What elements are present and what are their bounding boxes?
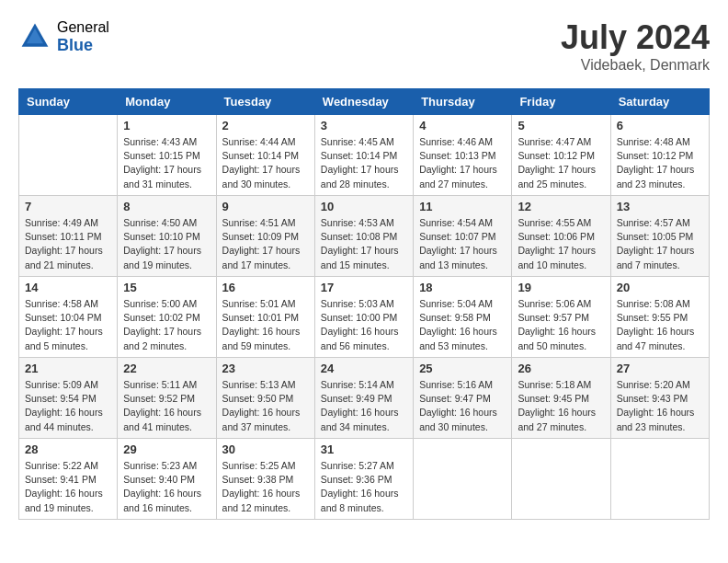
cell-info: Sunrise: 4:53 AMSunset: 10:08 PMDaylight…	[321, 216, 407, 272]
calendar-cell	[512, 439, 610, 520]
calendar-cell	[610, 439, 709, 520]
calendar-cell: 25Sunrise: 5:16 AMSunset: 9:47 PMDayligh…	[414, 358, 512, 439]
cell-info: Sunrise: 5:06 AMSunset: 9:57 PMDaylight:…	[518, 297, 604, 353]
day-number: 14	[25, 281, 111, 294]
day-number: 11	[419, 200, 506, 213]
day-number: 28	[25, 442, 111, 456]
page-header: General Blue July 2024 Videbaek, Denmark	[18, 18, 710, 74]
cell-info: Sunrise: 4:47 AMSunset: 10:12 PMDaylight…	[518, 135, 604, 191]
day-number: 24	[321, 362, 407, 375]
calendar-cell: 13Sunrise: 4:57 AMSunset: 10:05 PMDaylig…	[610, 196, 709, 277]
day-number: 13	[617, 200, 703, 213]
calendar-cell: 20Sunrise: 5:08 AMSunset: 9:55 PMDayligh…	[610, 277, 709, 358]
day-number: 17	[321, 281, 407, 294]
cell-info: Sunrise: 4:58 AMSunset: 10:04 PMDaylight…	[25, 297, 111, 353]
calendar-cell: 21Sunrise: 5:09 AMSunset: 9:54 PMDayligh…	[19, 358, 118, 439]
day-number: 9	[222, 200, 309, 213]
cell-info: Sunrise: 5:27 AMSunset: 9:36 PMDaylight:…	[321, 459, 407, 515]
weekday-header-sunday: Sunday	[19, 89, 118, 115]
cell-info: Sunrise: 5:23 AMSunset: 9:40 PMDaylight:…	[123, 459, 210, 515]
calendar-cell: 29Sunrise: 5:23 AMSunset: 9:40 PMDayligh…	[118, 439, 216, 520]
weekday-header-wednesday: Wednesday	[314, 89, 413, 115]
cell-info: Sunrise: 5:18 AMSunset: 9:45 PMDaylight:…	[518, 378, 604, 434]
day-number: 19	[518, 281, 604, 294]
weekday-header-monday: Monday	[118, 89, 216, 115]
cell-info: Sunrise: 4:45 AMSunset: 10:14 PMDaylight…	[321, 135, 407, 191]
cell-info: Sunrise: 5:20 AMSunset: 9:43 PMDaylight:…	[617, 378, 703, 434]
day-number: 4	[419, 119, 506, 132]
calendar-cell: 19Sunrise: 5:06 AMSunset: 9:57 PMDayligh…	[512, 277, 610, 358]
cell-info: Sunrise: 4:46 AMSunset: 10:13 PMDaylight…	[419, 135, 506, 191]
cell-info: Sunrise: 4:50 AMSunset: 10:10 PMDaylight…	[123, 216, 210, 272]
cell-info: Sunrise: 5:04 AMSunset: 9:58 PMDaylight:…	[419, 297, 506, 353]
cell-info: Sunrise: 5:14 AMSunset: 9:49 PMDaylight:…	[321, 378, 407, 434]
day-number: 30	[222, 442, 309, 456]
weekday-header-tuesday: Tuesday	[216, 89, 314, 115]
day-number: 12	[518, 200, 604, 213]
day-number: 2	[222, 119, 309, 132]
cell-info: Sunrise: 5:11 AMSunset: 9:52 PMDaylight:…	[123, 378, 210, 434]
calendar-cell: 1Sunrise: 4:43 AMSunset: 10:15 PMDayligh…	[118, 115, 216, 196]
weekday-header-row: SundayMondayTuesdayWednesdayThursdayFrid…	[19, 89, 710, 115]
cell-info: Sunrise: 4:49 AMSunset: 10:11 PMDaylight…	[25, 216, 111, 272]
day-number: 18	[419, 281, 506, 294]
location: Videbaek, Denmark	[561, 57, 710, 74]
cell-info: Sunrise: 4:57 AMSunset: 10:05 PMDaylight…	[617, 216, 703, 272]
calendar-cell: 16Sunrise: 5:01 AMSunset: 10:01 PMDaylig…	[216, 277, 314, 358]
day-number: 3	[321, 119, 407, 132]
calendar-week-row: 21Sunrise: 5:09 AMSunset: 9:54 PMDayligh…	[19, 358, 710, 439]
calendar-cell: 10Sunrise: 4:53 AMSunset: 10:08 PMDaylig…	[314, 196, 413, 277]
day-number: 23	[222, 362, 309, 375]
cell-info: Sunrise: 4:55 AMSunset: 10:06 PMDaylight…	[518, 216, 604, 272]
cell-info: Sunrise: 5:25 AMSunset: 9:38 PMDaylight:…	[222, 459, 309, 515]
calendar-cell: 4Sunrise: 4:46 AMSunset: 10:13 PMDayligh…	[414, 115, 512, 196]
day-number: 16	[222, 281, 309, 294]
cell-info: Sunrise: 5:01 AMSunset: 10:01 PMDaylight…	[222, 297, 309, 353]
day-number: 31	[321, 442, 407, 456]
calendar-cell: 27Sunrise: 5:20 AMSunset: 9:43 PMDayligh…	[610, 358, 709, 439]
cell-info: Sunrise: 5:08 AMSunset: 9:55 PMDaylight:…	[617, 297, 703, 353]
calendar-cell: 9Sunrise: 4:51 AMSunset: 10:09 PMDayligh…	[216, 196, 314, 277]
calendar-cell: 31Sunrise: 5:27 AMSunset: 9:36 PMDayligh…	[314, 439, 413, 520]
calendar-cell: 24Sunrise: 5:14 AMSunset: 9:49 PMDayligh…	[314, 358, 413, 439]
calendar-week-row: 7Sunrise: 4:49 AMSunset: 10:11 PMDayligh…	[19, 196, 710, 277]
calendar-cell: 2Sunrise: 4:44 AMSunset: 10:14 PMDayligh…	[216, 115, 314, 196]
calendar-cell: 28Sunrise: 5:22 AMSunset: 9:41 PMDayligh…	[19, 439, 118, 520]
month-year: July 2024	[561, 18, 710, 57]
calendar-cell: 11Sunrise: 4:54 AMSunset: 10:07 PMDaylig…	[414, 196, 512, 277]
logo-icon	[18, 20, 51, 53]
calendar-cell: 22Sunrise: 5:11 AMSunset: 9:52 PMDayligh…	[118, 358, 216, 439]
calendar-body: 1Sunrise: 4:43 AMSunset: 10:15 PMDayligh…	[19, 115, 710, 520]
day-number: 25	[419, 362, 506, 375]
calendar-cell: 26Sunrise: 5:18 AMSunset: 9:45 PMDayligh…	[512, 358, 610, 439]
day-number: 8	[123, 200, 210, 213]
day-number: 20	[617, 281, 703, 294]
calendar-cell: 15Sunrise: 5:00 AMSunset: 10:02 PMDaylig…	[118, 277, 216, 358]
cell-info: Sunrise: 4:43 AMSunset: 10:15 PMDaylight…	[123, 135, 210, 191]
day-number: 7	[25, 200, 111, 213]
cell-info: Sunrise: 5:03 AMSunset: 10:00 PMDaylight…	[321, 297, 407, 353]
logo-blue: Blue	[57, 36, 109, 56]
calendar-cell	[414, 439, 512, 520]
day-number: 26	[518, 362, 604, 375]
day-number: 22	[123, 362, 210, 375]
calendar-cell: 23Sunrise: 5:13 AMSunset: 9:50 PMDayligh…	[216, 358, 314, 439]
day-number: 6	[617, 119, 703, 132]
day-number: 1	[123, 119, 210, 132]
calendar-cell: 3Sunrise: 4:45 AMSunset: 10:14 PMDayligh…	[314, 115, 413, 196]
logo-text: General Blue	[57, 18, 109, 56]
calendar-cell: 30Sunrise: 5:25 AMSunset: 9:38 PMDayligh…	[216, 439, 314, 520]
calendar-week-row: 28Sunrise: 5:22 AMSunset: 9:41 PMDayligh…	[19, 439, 710, 520]
day-number: 21	[25, 362, 111, 375]
weekday-header-friday: Friday	[512, 89, 610, 115]
calendar-week-row: 14Sunrise: 4:58 AMSunset: 10:04 PMDaylig…	[19, 277, 710, 358]
cell-info: Sunrise: 5:16 AMSunset: 9:47 PMDaylight:…	[419, 378, 506, 434]
calendar-cell: 17Sunrise: 5:03 AMSunset: 10:00 PMDaylig…	[314, 277, 413, 358]
title-block: July 2024 Videbaek, Denmark	[561, 18, 710, 74]
cell-info: Sunrise: 4:54 AMSunset: 10:07 PMDaylight…	[419, 216, 506, 272]
cell-info: Sunrise: 4:44 AMSunset: 10:14 PMDaylight…	[222, 135, 309, 191]
calendar-cell: 5Sunrise: 4:47 AMSunset: 10:12 PMDayligh…	[512, 115, 610, 196]
cell-info: Sunrise: 5:13 AMSunset: 9:50 PMDaylight:…	[222, 378, 309, 434]
calendar-week-row: 1Sunrise: 4:43 AMSunset: 10:15 PMDayligh…	[19, 115, 710, 196]
logo: General Blue	[18, 18, 109, 56]
